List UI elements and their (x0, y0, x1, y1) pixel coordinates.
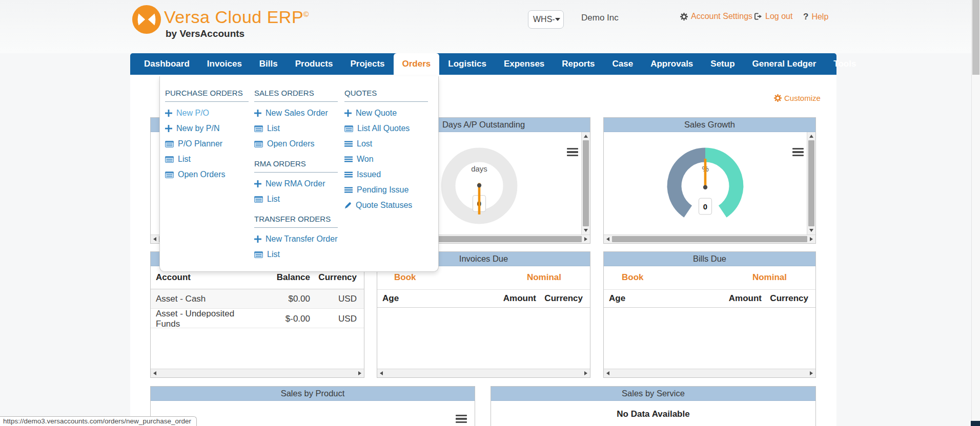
tab-book[interactable]: Book (394, 272, 416, 283)
chart-menu-icon[interactable] (567, 148, 578, 157)
scroll-left-icon[interactable] (151, 369, 159, 377)
menu-item-po-list[interactable]: List (165, 152, 249, 167)
account-settings-link[interactable]: Account Settings (680, 12, 752, 21)
status-url-tooltip: https://demo3.versaccounts.com/orders/ne… (0, 416, 197, 426)
scroll-left-icon[interactable] (604, 235, 612, 243)
menu-item-po-open-orders[interactable]: Open Orders (165, 167, 249, 182)
column-header: Currency (762, 293, 815, 304)
page-scroll-thumb[interactable] (972, 0, 979, 75)
list-icon (254, 125, 263, 132)
menu-item-list-all-quotes[interactable]: List All Quotes (344, 121, 428, 136)
menu-item-quote-statuses[interactable]: Quote Statuses (344, 198, 428, 213)
plus-icon (254, 180, 261, 187)
tab-tools[interactable]: Tools (825, 53, 865, 75)
menu-item-quotes-pending-issue[interactable]: Pending Issue (344, 182, 428, 198)
tab-bills[interactable]: Bills (251, 53, 287, 75)
horizontal-scrollbar[interactable] (377, 369, 590, 377)
book-nominal-tabs: Book Nominal (604, 266, 815, 290)
chart-menu-icon[interactable] (792, 148, 804, 157)
scroll-right-icon[interactable] (582, 235, 590, 243)
menu-item-to-list[interactable]: List (254, 247, 338, 262)
tab-invoices[interactable]: Invoices (198, 53, 251, 75)
menu-item-new-by-pn[interactable]: New by P/N (165, 121, 249, 136)
tab-nominal[interactable]: Nominal (752, 272, 787, 283)
scroll-thumb[interactable] (808, 140, 814, 226)
scroll-right-icon[interactable] (807, 369, 815, 377)
customize-link[interactable]: Customize (774, 94, 821, 102)
horizontal-scrollbar[interactable] (604, 235, 815, 243)
scroll-thumb[interactable] (583, 140, 589, 226)
tab-logistics[interactable]: Logistics (439, 53, 495, 75)
help-link[interactable]: ? Help (803, 12, 828, 22)
tab-book[interactable]: Book (622, 272, 644, 283)
top-header: Versa Cloud ERP© by VersAccounts WHS- De… (0, 0, 980, 53)
page-scroll-corner (971, 421, 980, 426)
customize-gear-icon (774, 94, 782, 102)
widget-title: Sales by Product (151, 387, 475, 401)
account-settings-label: Account Settings (691, 12, 752, 21)
logout-link[interactable]: Log out (754, 12, 792, 21)
menu-item-new-quote[interactable]: New Quote (344, 105, 428, 121)
help-label: Help (811, 12, 828, 22)
menu-item-po-planner[interactable]: P/O Planner (165, 136, 249, 152)
scroll-left-icon[interactable] (604, 369, 612, 377)
menu-item-so-list[interactable]: List (254, 121, 338, 136)
vertical-scrollbar[interactable] (807, 132, 815, 235)
tab-products[interactable]: Products (287, 53, 342, 75)
menu-item-quotes-lost[interactable]: Lost (344, 136, 428, 152)
tab-case[interactable]: Case (604, 53, 642, 75)
scroll-up-icon[interactable] (807, 132, 815, 140)
scroll-right-icon[interactable] (582, 369, 590, 377)
menu-section-title: TRANSFER ORDERS (254, 213, 338, 228)
table-row[interactable]: Asset - Cash $0.00 USD (151, 289, 364, 309)
horizontal-scrollbar[interactable] (151, 369, 364, 377)
menu-item-new-sales-order[interactable]: New Sales Order (254, 105, 338, 121)
scroll-up-icon[interactable] (582, 132, 590, 140)
tab-general-ledger[interactable]: General Ledger (744, 53, 825, 75)
tab-expenses[interactable]: Expenses (495, 53, 553, 75)
tab-dashboard[interactable]: Dashboard (135, 53, 198, 75)
tab-nominal[interactable]: Nominal (527, 272, 561, 283)
page-scrollbar[interactable] (971, 0, 980, 426)
scroll-left-icon[interactable] (151, 235, 159, 243)
menu-section-title: SALES ORDERS (254, 87, 338, 102)
menu-item-rma-list[interactable]: List (254, 191, 338, 207)
tab-setup[interactable]: Setup (702, 53, 743, 75)
registered-mark: © (303, 10, 309, 18)
list-icon (254, 251, 263, 258)
tab-orders[interactable]: Orders (394, 53, 440, 75)
scroll-left-icon[interactable] (377, 369, 385, 377)
brand-byline: by VersAccounts (166, 28, 244, 39)
menu-item-quotes-won[interactable]: Won (344, 152, 428, 167)
orders-dropdown-menu: PURCHASE ORDERS New P/O New by P/N P/O P… (159, 76, 439, 272)
table-row[interactable]: Asset - Undeposited Funds $-0.00 USD (151, 309, 364, 328)
column-header: Balance (251, 272, 310, 283)
plus-icon (254, 110, 261, 117)
menu-item-new-po[interactable]: New P/O (165, 105, 249, 121)
scroll-right-icon[interactable] (356, 369, 364, 377)
bars-icon (344, 156, 353, 162)
menu-item-quotes-issued[interactable]: Issued (344, 167, 428, 182)
tab-approvals[interactable]: Approvals (642, 53, 702, 75)
tab-reports[interactable]: Reports (553, 53, 603, 75)
scroll-thumb[interactable] (612, 236, 807, 242)
menu-item-new-rma-order[interactable]: New RMA Order (254, 176, 338, 191)
menu-item-so-open-orders[interactable]: Open Orders (254, 136, 338, 152)
page-root: Versa Cloud ERP© by VersAccounts WHS- De… (0, 0, 980, 426)
bars-icon (344, 187, 353, 193)
horizontal-scrollbar[interactable] (604, 369, 815, 377)
scroll-down-icon[interactable] (807, 226, 815, 235)
scroll-right-icon[interactable] (807, 235, 815, 243)
gauge-value: 0 (703, 203, 707, 211)
gear-icon (680, 13, 688, 20)
warehouse-selector[interactable]: WHS- (528, 10, 564, 29)
chart-menu-icon[interactable] (456, 415, 467, 423)
tab-projects[interactable]: Projects (341, 53, 393, 75)
plus-icon (165, 110, 172, 117)
menu-item-new-transfer-order[interactable]: New Transfer Order (254, 231, 338, 247)
scroll-down-icon[interactable] (582, 226, 590, 235)
plus-icon (165, 125, 172, 132)
sales-growth-gauge-chart: % 0 (658, 138, 753, 233)
versa-logo-icon (132, 5, 161, 34)
vertical-scrollbar[interactable] (581, 132, 590, 235)
